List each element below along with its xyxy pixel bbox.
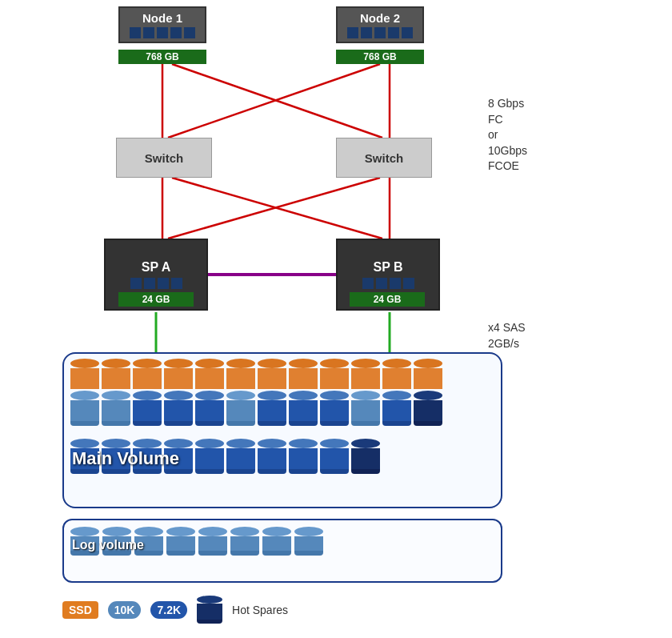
legend-10k: 10K <box>108 601 142 619</box>
svg-line-6 <box>168 178 380 239</box>
disk-cylinder <box>382 359 411 389</box>
disk-cylinder <box>258 359 286 389</box>
hot-spare-cylinder <box>197 596 222 624</box>
switch2-label: Switch <box>365 151 403 165</box>
disk-cylinder <box>198 527 227 556</box>
svg-line-5 <box>172 178 382 239</box>
disk-cylinder <box>133 391 162 426</box>
mem-block <box>158 278 169 289</box>
svg-line-1 <box>172 64 382 138</box>
disk-cylinder <box>320 439 349 474</box>
spa-label: SP A <box>142 260 170 275</box>
mem-block <box>143 27 154 38</box>
disk-cylinder <box>102 391 130 426</box>
mem-block <box>388 27 399 38</box>
mem-block <box>347 27 358 38</box>
fc-annotation: 8 GbpsFCor10GbpsFCOE <box>488 96 527 175</box>
disk-cylinder <box>102 359 130 389</box>
switch2-box: Switch <box>336 138 432 178</box>
disk-cylinder <box>289 359 318 389</box>
switch1-box: Switch <box>116 138 212 178</box>
disk-cylinder <box>226 391 255 426</box>
node1-box: Node 1 <box>118 6 206 43</box>
mid-blue-disks <box>70 391 442 426</box>
disk-cylinder <box>351 391 380 426</box>
legend-ssd: SSD <box>62 601 98 619</box>
disk-cylinder <box>320 359 349 389</box>
disk-cylinder <box>351 359 380 389</box>
mem-block <box>402 27 413 38</box>
72k-badge: 7.2K <box>150 601 187 619</box>
disk-cylinder <box>195 359 224 389</box>
disk-cylinder <box>258 439 286 474</box>
disk-cylinder <box>195 439 224 474</box>
hot-spares-label: Hot Spares <box>232 604 288 616</box>
node2-memory-icons <box>346 27 414 38</box>
main-volume-label: Main Volume <box>72 448 179 469</box>
node2-box: Node 2 <box>336 6 424 43</box>
disk-cylinder <box>226 439 255 474</box>
node2-memory-badge: 768 GB <box>336 50 424 64</box>
disk-cylinder <box>230 527 259 556</box>
disk-cylinder <box>414 359 442 389</box>
spb-memory-icons <box>362 278 414 289</box>
mem-block <box>130 278 142 289</box>
svg-line-2 <box>168 64 380 138</box>
mem-block <box>362 278 374 289</box>
disk-cylinder <box>289 391 318 426</box>
node1-memory-icons <box>128 27 197 38</box>
disk-cylinder <box>294 527 323 556</box>
disk-cylinder <box>258 391 286 426</box>
10k-badge: 10K <box>108 601 142 619</box>
disk-cylinder <box>164 391 193 426</box>
disk-cylinder <box>320 391 349 426</box>
disk-cylinder <box>289 439 318 474</box>
mem-block <box>376 278 387 289</box>
legend-area: SSD 10K 7.2K Hot Spares <box>62 596 288 624</box>
disk-cylinder <box>195 391 224 426</box>
ssd-badge: SSD <box>62 601 98 619</box>
mem-block <box>144 278 155 289</box>
mem-block <box>361 27 372 38</box>
disk-cylinder <box>414 391 442 426</box>
switch1-label: Switch <box>145 151 183 165</box>
disk-cylinder <box>351 439 380 474</box>
mem-block <box>390 278 401 289</box>
mem-block <box>157 27 168 38</box>
mem-block <box>184 27 195 38</box>
disk-cylinder <box>164 359 193 389</box>
node1-memory-badge: 768 GB <box>118 50 206 64</box>
spb-memory-badge: 24 GB <box>350 292 425 307</box>
mem-block <box>374 27 386 38</box>
spa-memory-badge: 24 GB <box>118 292 194 307</box>
disk-cylinder <box>166 527 195 556</box>
mem-block <box>171 278 182 289</box>
sas-annotation: x4 SAS2GB/s <box>488 320 526 351</box>
spb-label: SP B <box>373 260 402 275</box>
spa-memory-icons <box>130 278 182 289</box>
disk-cylinder <box>226 359 255 389</box>
disk-cylinder <box>262 527 291 556</box>
mem-block <box>170 27 182 38</box>
log-volume-label: Log volume <box>72 538 144 552</box>
disk-cylinder <box>70 391 99 426</box>
top-orange-disks <box>70 359 442 389</box>
mem-block <box>403 278 414 289</box>
node1-label: Node 1 <box>142 11 182 25</box>
node2-label: Node 2 <box>360 11 400 25</box>
disk-cylinder <box>133 359 162 389</box>
disk-cylinder <box>382 391 411 426</box>
mem-block <box>130 27 141 38</box>
legend-72k: 7.2K <box>150 601 187 619</box>
disk-cylinder <box>70 359 99 389</box>
diagram-container: Node 1 768 GB Node 2 768 GB Switch Switc <box>0 0 672 638</box>
